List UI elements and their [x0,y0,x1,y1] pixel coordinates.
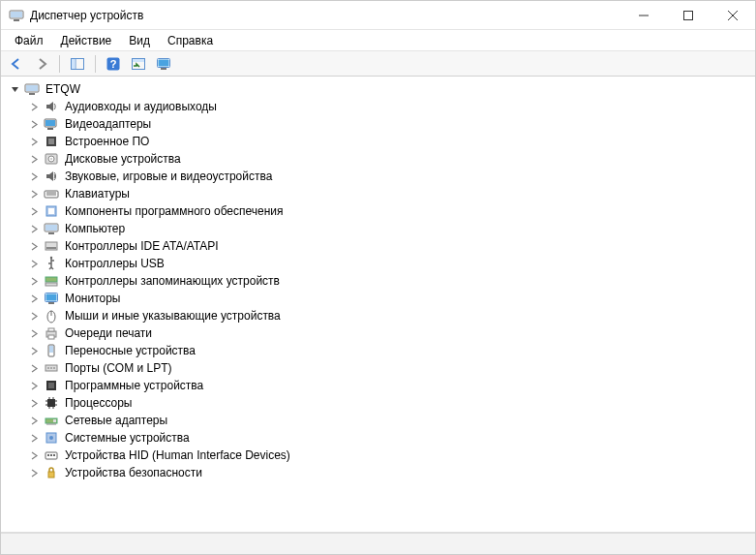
window-title: Диспетчер устройств [30,9,143,22]
software-device-icon [44,378,59,393]
tree-category-label[interactable]: Системные устройства [63,431,192,445]
tree-category-label[interactable]: Клавиатуры [63,187,132,200]
tree-category-label[interactable]: Компоненты программного обеспечения [63,204,286,218]
tree-category-label[interactable]: Порты (COM и LPT) [63,361,174,375]
chevron-right-icon[interactable] [28,101,40,112]
minimize-button[interactable] [621,1,666,29]
tree-root-node[interactable]: ETQW [9,80,747,98]
tree-category-node[interactable]: Звуковые, игровые и видеоустройства [28,168,747,185]
chevron-right-icon[interactable] [28,449,40,461]
ide-icon [44,238,59,254]
menu-help[interactable]: Справка [160,32,221,49]
tree-category-node[interactable]: Очереди печати [28,324,747,342]
chevron-right-icon[interactable] [28,258,40,269]
svg-rect-40 [45,283,57,286]
show-hide-tree-button[interactable] [66,53,89,75]
chevron-right-icon[interactable] [28,327,40,339]
chevron-right-icon[interactable] [28,205,40,217]
tree-category-node[interactable]: Видеоадаптеры [28,115,747,133]
tree-category-label[interactable]: Мониторы [63,292,122,305]
devices-printers-button[interactable] [152,53,175,75]
tree-category-label[interactable]: Сетевые адаптеры [63,414,169,427]
app-icon [9,8,24,23]
chevron-right-icon[interactable] [28,136,40,147]
tree-category-label[interactable]: Дисковые устройства [63,152,183,166]
chevron-right-icon[interactable] [28,432,40,444]
tree-category-node[interactable]: Переносные устройства [28,342,747,359]
computer-icon [44,221,59,236]
tree-category-label[interactable]: Видеоадаптеры [63,117,153,131]
chevron-right-icon[interactable] [28,240,40,252]
svg-rect-22 [47,128,53,130]
svg-rect-32 [48,208,54,214]
device-tree[interactable]: ETQW Аудиовходы и аудиовыходыВидеоадапте… [1,77,755,533]
chevron-right-icon[interactable] [28,293,40,304]
chevron-right-icon[interactable] [28,153,40,165]
chevron-right-icon[interactable] [28,415,40,426]
maximize-button[interactable] [666,1,711,29]
menu-view[interactable]: Вид [121,32,158,49]
tree-category-node[interactable]: Сетевые адаптеры [28,412,747,429]
tree-category-node[interactable]: Порты (COM и LPT) [28,359,747,377]
help-button[interactable]: ? [102,53,125,75]
tree-category-label[interactable]: Устройства HID (Human Interface Devices) [63,448,292,462]
tree-category-label[interactable]: Аудиовходы и аудиовыходы [63,100,219,113]
monitor-icon [156,56,171,72]
tree-category-node[interactable]: Контроллеры IDE ATA/ATAPI [28,237,747,255]
chevron-right-icon[interactable] [28,310,40,322]
tree-category-node[interactable]: Мониторы [28,290,747,307]
tree-category-node[interactable]: Системные устройства [28,429,747,447]
svg-point-38 [50,257,52,259]
storage-controller-icon [44,273,59,289]
chevron-right-icon[interactable] [28,223,40,234]
tree-category-node[interactable]: Программные устройства [28,377,747,394]
tree-category-label[interactable]: Очереди печати [63,326,154,340]
chevron-right-icon[interactable] [28,362,40,374]
tree-category-label[interactable]: Контроллеры USB [63,257,166,270]
tree-category-node[interactable]: Процессоры [28,394,747,412]
chevron-right-icon[interactable] [28,467,40,478]
chevron-right-icon[interactable] [28,345,40,356]
tree-category-node[interactable]: Мыши и иные указывающие устройства [28,307,747,324]
tree-category-label[interactable]: Контроллеры запоминающих устройств [63,274,282,288]
chevron-right-icon[interactable] [28,170,40,182]
menu-file[interactable]: Файл [7,32,51,49]
chevron-down-icon[interactable] [9,83,20,95]
svg-rect-2 [14,19,19,21]
tree-category-label[interactable]: Программные устройства [63,379,205,392]
scan-hardware-button[interactable] [127,53,150,75]
tree-category-node[interactable]: Компьютер [28,220,747,237]
forward-button[interactable] [30,53,53,75]
chevron-right-icon[interactable] [28,275,40,287]
tree-category-node[interactable]: Устройства HID (Human Interface Devices) [28,447,747,464]
tree-category-label[interactable]: Переносные устройства [63,344,197,357]
chevron-right-icon[interactable] [28,397,40,409]
tree-category-node[interactable]: Дисковые устройства [28,150,747,168]
tree-root-label[interactable]: ETQW [44,82,82,96]
back-button[interactable] [5,53,28,75]
tree-category-node[interactable]: Аудиовходы и аудиовыходы [28,98,747,115]
tree-category-label[interactable]: Контроллеры IDE ATA/ATAPI [63,239,221,253]
portable-device-icon [44,343,59,358]
tree-category-label[interactable]: Встроенное ПО [63,135,151,148]
tree-category-label[interactable]: Компьютер [63,222,127,235]
tree-category-label[interactable]: Устройства безопасности [63,466,204,479]
tree-category-node[interactable]: Контроллеры USB [28,255,747,272]
tree-category-label[interactable]: Мыши и иные указывающие устройства [63,309,283,323]
tree-category-node[interactable]: Устройства безопасности [28,464,747,481]
tree-category-node[interactable]: Контроллеры запоминающих устройств [28,272,747,290]
tree-category-node[interactable]: Встроенное ПО [28,133,747,150]
sound-icon [44,169,59,184]
tree-category-node[interactable]: Компоненты программного обеспечения [28,202,747,220]
tree-category-node[interactable]: Клавиатуры [28,185,747,202]
chevron-right-icon[interactable] [28,188,40,200]
tree-category-label[interactable]: Процессоры [63,396,135,410]
menu-action[interactable]: Действие [53,32,120,49]
tree-category-label[interactable]: Звуковые, игровые и видеоустройства [63,170,274,183]
usb-icon [44,256,59,271]
chevron-right-icon[interactable] [28,380,40,391]
svg-rect-21 [45,120,55,126]
svg-rect-73 [50,454,52,456]
chevron-right-icon[interactable] [28,118,40,130]
close-button[interactable] [711,1,755,29]
